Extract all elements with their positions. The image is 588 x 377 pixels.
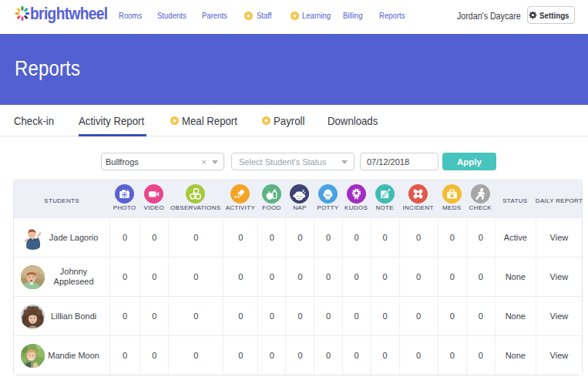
svg-text:z: z — [304, 190, 306, 194]
